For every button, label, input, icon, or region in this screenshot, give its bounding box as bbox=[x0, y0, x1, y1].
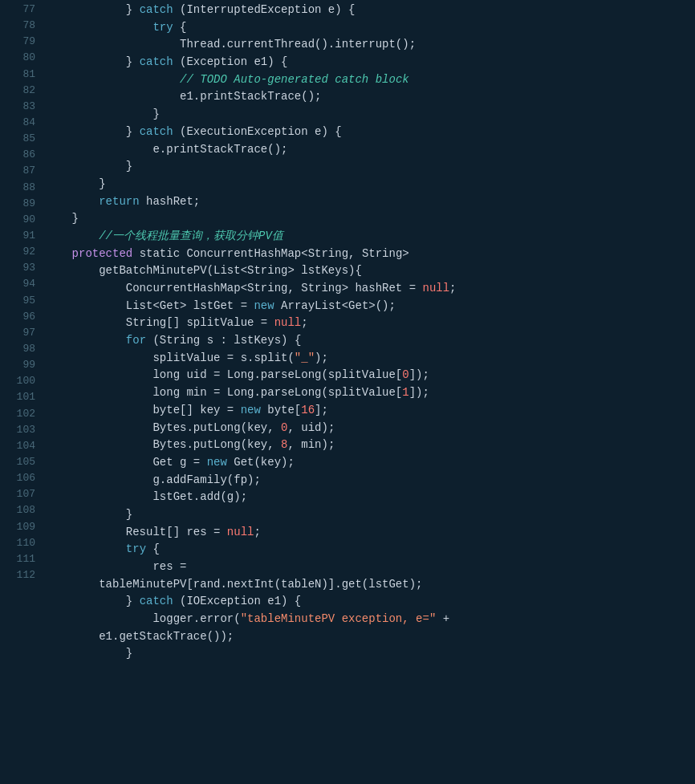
code-line: } catch (IOException e1) { bbox=[45, 593, 695, 611]
line-number: 82 bbox=[6, 83, 35, 99]
code-token: , uid); bbox=[287, 421, 335, 434]
code-line: splitValue = s.split("_"); bbox=[45, 350, 695, 368]
line-number: 102 bbox=[6, 406, 35, 422]
code-token: } bbox=[45, 125, 140, 138]
line-number: 98 bbox=[6, 341, 35, 357]
code-token: } bbox=[45, 55, 140, 68]
code-token: //一个线程批量查询，获取分钟PV值 bbox=[99, 230, 283, 242]
code-line: } bbox=[45, 106, 695, 124]
code-token: 1 bbox=[402, 386, 408, 399]
code-token: } bbox=[45, 508, 132, 521]
code-line: } bbox=[45, 210, 695, 228]
line-number: 85 bbox=[6, 131, 35, 147]
line-number: 89 bbox=[6, 196, 35, 212]
code-token bbox=[45, 334, 126, 347]
code-line: g.addFamily(fp); bbox=[45, 472, 695, 489]
code-line: } bbox=[45, 506, 695, 524]
code-line: } bbox=[45, 158, 695, 176]
line-number: 106 bbox=[6, 470, 35, 486]
code-area: } catch (InterruptedException e) { try {… bbox=[42, 0, 695, 784]
line-number: 110 bbox=[6, 535, 35, 551]
line-number: 112 bbox=[6, 567, 35, 583]
code-token: ; bbox=[449, 282, 456, 295]
code-token: null bbox=[274, 316, 302, 329]
code-token bbox=[45, 21, 152, 34]
code-token: ; bbox=[254, 526, 260, 538]
code-token: Result[] res = bbox=[45, 526, 227, 538]
code-token: (Exception e1) { bbox=[173, 55, 288, 68]
line-number: 95 bbox=[6, 293, 35, 309]
code-token: , min); bbox=[287, 438, 335, 451]
code-line: Result[] res = null; bbox=[45, 524, 695, 542]
code-token bbox=[45, 195, 99, 208]
code-line: // TODO Auto-generated catch block bbox=[45, 71, 695, 89]
code-token: e.printStackTrace(); bbox=[45, 143, 287, 156]
line-number: 86 bbox=[6, 147, 35, 163]
code-line: e1.printStackTrace(); bbox=[45, 88, 695, 106]
code-token bbox=[45, 73, 180, 86]
code-line: try { bbox=[45, 19, 695, 37]
code-token: long min = Long.parseLong(splitValue[ bbox=[45, 386, 402, 399]
line-number: 97 bbox=[6, 325, 35, 341]
code-token: new bbox=[241, 404, 261, 416]
code-line: byte[] key = new byte[16]; bbox=[45, 402, 695, 420]
code-token: getBatchMinutePV(List<String> lstKeys){ bbox=[45, 264, 362, 277]
code-token: logger.error( bbox=[45, 612, 241, 625]
code-token: } bbox=[45, 647, 132, 660]
line-number: 94 bbox=[6, 276, 35, 292]
line-number: 103 bbox=[6, 422, 35, 438]
line-number: 87 bbox=[6, 163, 35, 179]
code-token: "_" bbox=[295, 351, 315, 364]
line-number: 90 bbox=[6, 212, 35, 228]
code-token: } bbox=[45, 595, 140, 607]
code-token: Get g = bbox=[45, 456, 207, 469]
code-line: logger.error("tableMinutePV exception, e… bbox=[45, 611, 695, 645]
line-number: 78 bbox=[6, 18, 35, 34]
code-line: } catch (Exception e1) { bbox=[45, 54, 695, 71]
code-token: (ExecutionException e) { bbox=[173, 125, 342, 138]
code-token: hashRet; bbox=[140, 195, 201, 208]
code-token: ]); bbox=[409, 368, 429, 381]
code-token bbox=[45, 542, 126, 555]
code-token bbox=[45, 247, 72, 260]
code-token: String[] splitValue = bbox=[45, 316, 274, 329]
line-number: 92 bbox=[6, 244, 35, 260]
line-number: 99 bbox=[6, 357, 35, 373]
code-line: } bbox=[45, 176, 695, 193]
line-numbers: 7778798081828384858687888990919293949596… bbox=[0, 0, 42, 784]
code-token: } bbox=[45, 212, 79, 225]
code-line: lstGet.add(g); bbox=[45, 489, 695, 506]
code-token: ]; bbox=[315, 404, 328, 416]
line-number: 84 bbox=[6, 115, 35, 131]
code-token: try bbox=[152, 21, 173, 34]
code-token: 16 bbox=[301, 404, 315, 416]
code-line: ConcurrentHashMap<String, String> hashRe… bbox=[45, 280, 695, 298]
code-token: new bbox=[207, 456, 227, 469]
code-token: protected bbox=[72, 247, 133, 260]
code-line: for (String s : lstKeys) { bbox=[45, 332, 695, 350]
code-line: return hashRet; bbox=[45, 193, 695, 211]
line-number: 93 bbox=[6, 260, 35, 276]
line-number: 109 bbox=[6, 519, 35, 535]
code-token: lstGet.add(g); bbox=[45, 490, 247, 503]
code-line: try { bbox=[45, 541, 695, 559]
line-number: 91 bbox=[6, 228, 35, 244]
line-number: 108 bbox=[6, 502, 35, 518]
line-number: 81 bbox=[6, 67, 35, 83]
code-token bbox=[45, 230, 99, 242]
code-token: } bbox=[45, 108, 160, 120]
line-number: 83 bbox=[6, 99, 35, 115]
code-token: (InterruptedException e) { bbox=[173, 3, 356, 16]
code-token: } bbox=[45, 160, 132, 173]
code-line: res = tableMinutePV[rand.nextInt(tableN)… bbox=[45, 559, 695, 593]
line-number: 96 bbox=[6, 309, 35, 325]
code-token: Thread.currentThread().interrupt(); bbox=[45, 38, 416, 51]
code-token: catch bbox=[140, 3, 173, 16]
code-token: byte[] key = bbox=[45, 404, 241, 416]
code-token: long uid = Long.parseLong(splitValue[ bbox=[45, 368, 402, 381]
code-line: //一个线程批量查询，获取分钟PV值 bbox=[45, 228, 695, 246]
code-line: } bbox=[45, 645, 695, 663]
code-token: } bbox=[45, 3, 140, 16]
code-line: e.printStackTrace(); bbox=[45, 141, 695, 159]
code-token: for bbox=[126, 334, 146, 347]
